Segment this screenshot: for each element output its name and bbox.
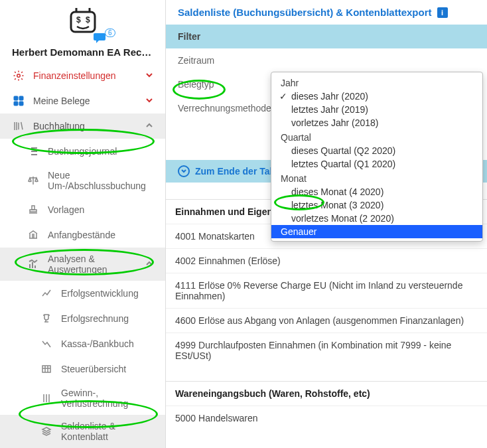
nav-kassa[interactable]: Kassa-/Bankbuch: [0, 331, 165, 356]
dropdown-item[interactable]: dieses Monat (4 2020): [271, 185, 482, 198]
svg-rect-7: [19, 96, 23, 100]
dropdown-item[interactable]: letztes Quartal (Q1 2020): [271, 157, 482, 171]
svg-rect-18: [32, 206, 35, 210]
nav-erfolgsrechnung[interactable]: Erfolgsrechnung: [0, 306, 165, 331]
dropdown-item[interactable]: vorletzes Monat (2 2020): [271, 212, 482, 225]
notification-badge[interactable]: 6: [93, 32, 107, 44]
layers-icon: [40, 425, 53, 438]
dropdown-group-quartal: Quartal: [271, 129, 482, 144]
chevron-down-icon: [145, 96, 153, 106]
nav-label: Steuerübersicht: [61, 364, 126, 374]
filter-header: Filter: [166, 25, 487, 48]
page-title-text: Saldenliste (Buchungsübersicht) & Konten…: [178, 7, 432, 18]
bank-icon: [27, 228, 40, 242]
nav-label: Neue Um-/Abschlussbuchung: [48, 170, 153, 191]
nav-vorlagen[interactable]: Vorlagen: [0, 197, 165, 222]
table-row[interactable]: 5000 Handelswaren: [166, 406, 487, 430]
nav-label: Finanzeinstellungen: [33, 70, 116, 81]
section-wareneingang: Wareneingangsbuch (Waren, Rohstoffe, etc…: [166, 381, 487, 406]
nav-umbuchung[interactable]: Neue Um-/Abschlussbuchung: [0, 164, 165, 197]
nav-label: Saldenliste & Kontenblatt: [61, 421, 153, 442]
table-row[interactable]: 4111 Erlöse 0% Reverse Charge EU (Nicht …: [166, 273, 487, 308]
nav-label: Buchhaltung: [33, 121, 85, 131]
dropdown-item[interactable]: dieses Jahr (2020): [271, 90, 482, 103]
page-title: Saldenliste (Buchungsübersicht) & Konten…: [166, 7, 487, 25]
username-label: Herbert Demomann EA Rechnun…: [0, 41, 165, 63]
nav-steueruebersicht[interactable]: Steuerübersicht: [0, 356, 165, 382]
dropdown-item-genauer[interactable]: Genauer: [271, 225, 482, 238]
logo-area: $$ 6: [0, 0, 165, 41]
svg-text:$: $: [86, 15, 90, 25]
table-icon: [40, 362, 53, 376]
nav-analysen[interactable]: Analysen & Auswertungen: [0, 248, 165, 281]
nav-finanzeinstellungen[interactable]: Finanzeinstellungen: [0, 63, 165, 88]
trend-down-icon: [40, 337, 53, 350]
info-icon[interactable]: i: [437, 7, 448, 18]
scroll-hint-text: Zum Ende der Tabel: [195, 166, 283, 177]
dropdown-item[interactable]: letztes Jahr (2019): [271, 103, 482, 116]
nav-label: Analysen & Auswertungen: [48, 254, 137, 275]
sidebar: $$ 6 Herbert Demomann EA Rechnun… Finanz…: [0, 0, 166, 448]
nav-saldenliste[interactable]: Saldenliste & Kontenblatt: [0, 415, 165, 448]
chevron-up-icon: [145, 121, 153, 131]
chevron-down-circle-icon: [178, 165, 190, 177]
nav-label: Meine Belege: [33, 96, 90, 106]
nav-label: Buchungsjournal: [48, 146, 117, 157]
nav-meine-belege[interactable]: Meine Belege: [0, 88, 165, 113]
dropdown-item[interactable]: vorletzes Jahr (2018): [271, 116, 482, 129]
svg-point-5: [17, 74, 21, 78]
stamp-icon: [27, 203, 40, 216]
chevron-up-icon: [145, 259, 153, 269]
columns-icon: [40, 392, 53, 405]
dropdown-item[interactable]: dieses Quartal (Q2 2020): [271, 144, 482, 157]
chart-icon: [27, 258, 40, 271]
trend-up-icon: [40, 287, 53, 300]
svg-rect-19: [30, 210, 36, 212]
nav-erfolgsentwicklung[interactable]: Erfolgsentwicklung: [0, 281, 165, 306]
svg-rect-6: [14, 96, 18, 100]
notification-count: 6: [105, 29, 115, 37]
table-row[interactable]: 4999 Durchlaufposten Einnahmen (in Kombi…: [166, 333, 487, 368]
gear-icon: [12, 69, 25, 82]
nav-label: Anfangbestände: [48, 230, 115, 240]
books-icon: [12, 119, 25, 133]
table-row[interactable]: 4600 Erlöse aus Abgang von Anlagen (ausg…: [166, 308, 487, 333]
list-icon: [27, 145, 40, 158]
svg-rect-9: [19, 102, 23, 106]
nav-label: Erfolgsentwicklung: [61, 288, 139, 299]
nav-label: Gewinn-, Verlustrechnung: [61, 388, 153, 409]
chevron-down-icon: [145, 70, 153, 81]
zeitraum-dropdown[interactable]: Jahr dieses Jahr (2020) letztes Jahr (20…: [271, 72, 483, 242]
grid-icon: [12, 94, 25, 108]
nav-anfangbestaende[interactable]: Anfangbestände: [0, 222, 165, 248]
filter-zeitraum[interactable]: Zeitraum: [166, 48, 487, 72]
table-row[interactable]: 4002 Einnahmen (Erlöse): [166, 248, 487, 273]
svg-rect-24: [42, 366, 50, 372]
dropdown-group-jahr: Jahr: [271, 75, 482, 90]
svg-rect-8: [14, 102, 18, 106]
dropdown-group-monat: Monat: [271, 171, 482, 185]
nav-buchungsjournal[interactable]: Buchungsjournal: [0, 139, 165, 164]
nav-label: Vorlagen: [48, 204, 84, 215]
nav-gv-rechnung[interactable]: Gewinn-, Verlustrechnung: [0, 382, 165, 415]
trophy-icon: [40, 312, 53, 325]
svg-text:$: $: [76, 15, 81, 25]
balance-icon: [27, 174, 40, 187]
nav-buchhaltung[interactable]: Buchhaltung: [0, 113, 165, 139]
dropdown-item[interactable]: letztes Monat (3 2020): [271, 198, 482, 212]
nav-label: Kassa-/Bankbuch: [61, 338, 134, 349]
nav-label: Erfolgsrechnung: [61, 313, 129, 324]
